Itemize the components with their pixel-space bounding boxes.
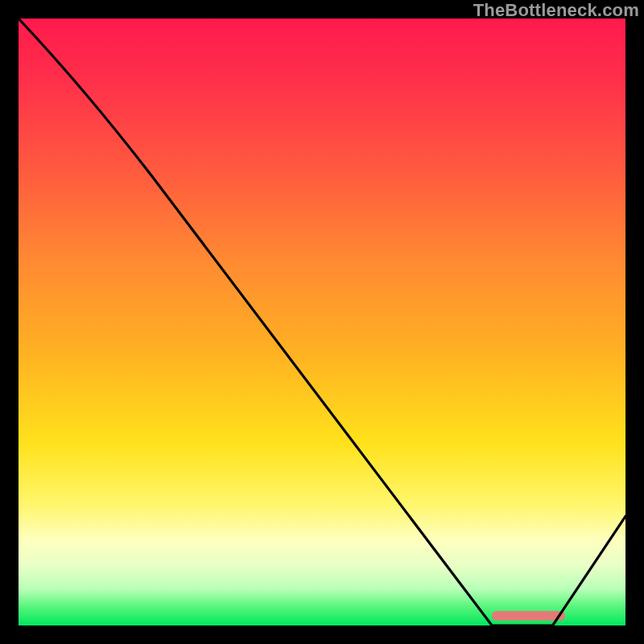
bottleneck-curve <box>19 19 625 625</box>
chart-container: TheBottleneck.com <box>0 0 644 644</box>
plot-area <box>19 19 625 625</box>
bottleneck-curve-path <box>19 19 625 625</box>
